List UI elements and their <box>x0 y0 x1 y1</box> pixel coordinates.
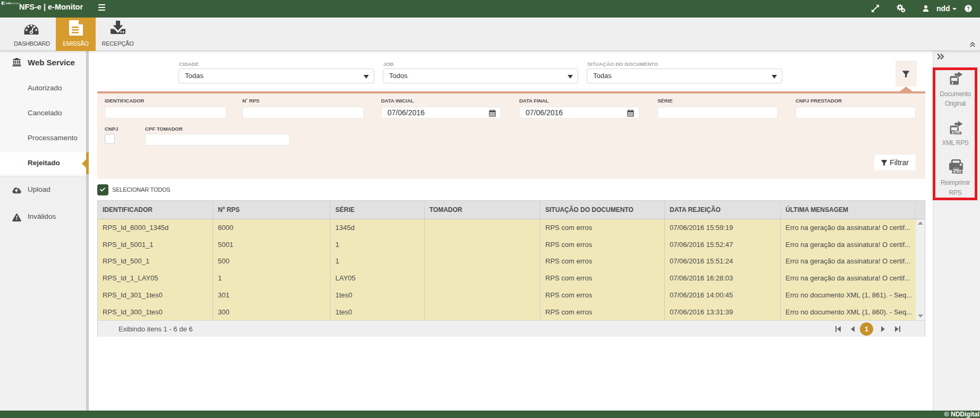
svg-text:RPS: RPS <box>956 171 961 174</box>
svg-text:RPS: RPS <box>955 132 960 135</box>
